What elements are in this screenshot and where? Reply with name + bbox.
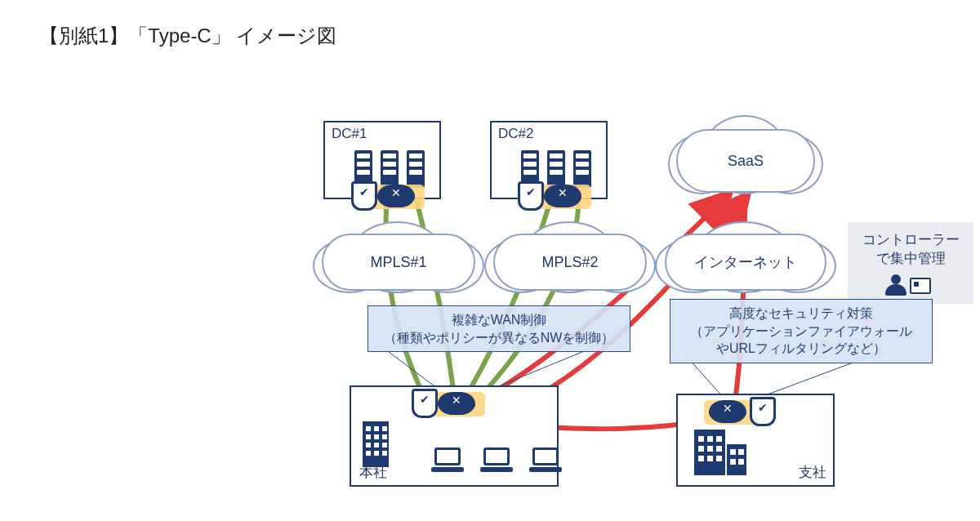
controller-line2: で集中管理 [858,249,964,268]
callout-wan-line1: 複雑なWAN制御 [376,311,621,329]
page-title: 【別紙1】「Type-C」 イメージ図 [39,23,336,49]
callout-security-line1: 高度なセキュリティ対策 [679,305,924,323]
node-saas-label: SaaS [676,153,815,170]
node-mpls1-label: MPLS#1 [322,254,475,271]
router-icon [544,185,581,207]
router-icon [377,185,415,207]
shield-icon [412,389,438,418]
callout-security-line3: やURLフィルタリングなど） [679,340,924,358]
laptop-icon [431,448,464,472]
node-mpls2-label: MPLS#2 [493,254,647,271]
node-branch-label: 支社 [799,463,826,482]
router-icon [438,392,475,415]
controller-line1: コントローラー [858,230,964,249]
callout-wan: 複雑なWAN制御 （種類やポリシーが異なるNWを制御） [368,305,630,352]
node-internet: インターネット [665,234,826,291]
callout-security-line2: （アプリケーションファイアウォール [679,323,924,341]
building-icon [363,421,389,467]
node-mpls1: MPLS#1 [322,234,475,291]
laptop-icon [480,448,513,472]
node-saas: SaaS [676,129,815,193]
callout-security: 高度なセキュリティ対策 （アプリケーションファイアウォール やURLフィルタリン… [670,299,933,363]
badge-icon [910,278,931,294]
shield-icon [351,181,377,211]
node-dc2-label: DC#2 [498,126,533,142]
node-dc1-label: DC#1 [332,126,367,142]
node-mpls2: MPLS#2 [493,234,647,291]
person-icon [885,274,906,296]
node-internet-label: インターネット [665,252,826,272]
branch-building-icon [694,430,746,475]
router-icon [709,400,746,423]
callout-wan-line2: （種類やポリシーが異なるNWを制御） [376,329,621,347]
shield-icon [518,181,544,211]
shield-icon [750,397,776,426]
controller-callout: コントローラー で集中管理 [848,222,973,304]
laptop-icon [529,448,562,472]
